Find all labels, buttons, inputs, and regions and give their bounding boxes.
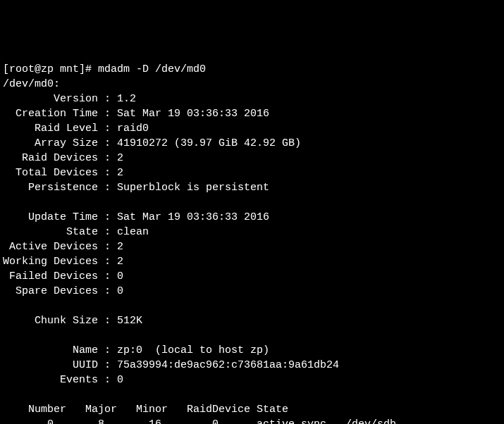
uuid-label: UUID : [3,359,117,371]
raid-devices-value: 2 [117,152,123,164]
command-text: mdadm -D /dev/md0 [98,63,206,75]
array-size-value: 41910272 (39.97 GiB 42.92 GB) [117,137,301,149]
events-value: 0 [117,374,123,386]
creation-time-label: Creation Time : [3,108,117,120]
raid-level-label: Raid Level : [3,123,117,135]
version-label: Version : [3,93,117,105]
chunk-size-label: Chunk Size : [3,315,117,327]
raid-level-value: raid0 [117,123,149,135]
shell-prompt: [root@zp mnt]# [3,63,98,75]
device-header: /dev/md0: [3,78,60,90]
events-label: Events : [3,374,117,386]
persistence-label: Persistence : [3,182,117,194]
update-time-value: Sat Mar 19 03:36:33 2016 [117,211,269,223]
terminal-output: [root@zp mnt]# mdadm -D /dev/md0 /dev/md… [3,62,501,424]
total-devices-label: Total Devices : [3,167,117,179]
spare-devices-value: 0 [117,285,123,297]
device-table-header: Number Major Minor RaidDevice State [3,404,288,416]
raid-devices-label: Raid Devices : [3,152,117,164]
uuid-value: 75a39994:de9ac962:c73681aa:9a61db24 [117,359,339,371]
failed-devices-value: 0 [117,270,123,282]
array-size-label: Array Size : [3,137,117,149]
chunk-size-value: 512K [117,315,142,327]
spare-devices-label: Spare Devices : [3,285,117,297]
total-devices-value: 2 [117,167,123,179]
version-value: 1.2 [117,93,136,105]
state-label: State : [3,226,117,238]
persistence-value: Superblock is persistent [117,182,269,194]
name-label: Name : [3,344,117,356]
name-value: zp:0 (local to host zp) [117,344,269,356]
creation-time-value: Sat Mar 19 03:36:33 2016 [117,108,269,120]
update-time-label: Update Time : [3,211,117,223]
working-devices-label: Working Devices : [3,256,117,268]
device-table-row: 0 8 16 0 active sync /dev/sdb [3,418,396,424]
working-devices-value: 2 [117,256,123,268]
active-devices-value: 2 [117,241,123,253]
failed-devices-label: Failed Devices : [3,270,117,282]
active-devices-label: Active Devices : [3,241,117,253]
state-value: clean [117,226,155,238]
